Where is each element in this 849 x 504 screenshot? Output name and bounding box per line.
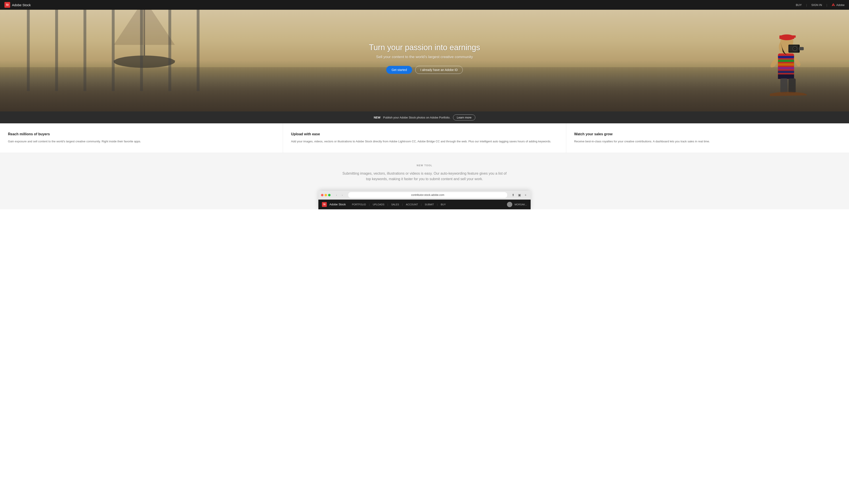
browser-chrome: ‹ › contributor.stock.adobe.com ⬆ ▣ + xyxy=(319,191,530,200)
adobe-id-button[interactable]: I already have an Adobe ID xyxy=(415,66,463,74)
feature-card-2: Watch your sales grow Receive best-in-cl… xyxy=(566,123,849,153)
hero-subtitle: Sell your content to the world's largest… xyxy=(0,55,849,59)
feature-desc-0: Gain exposure and sell content to the wo… xyxy=(8,139,275,144)
browser-add-button[interactable]: + xyxy=(523,193,528,197)
inner-nav-buy[interactable]: BUY xyxy=(441,203,446,206)
new-tool-label: NEW TOOL xyxy=(4,164,845,167)
browser-dot-red[interactable] xyxy=(321,194,323,196)
inner-st-icon: St xyxy=(322,202,327,207)
inner-nav-submit[interactable]: SUBMIT xyxy=(425,203,434,206)
feature-card-0: Reach millions of buyers Gain exposure a… xyxy=(0,123,283,153)
navbar: St Adobe Stock BUY | SIGN IN | Adobe xyxy=(0,0,849,10)
browser-url-text: contributor.stock.adobe.com xyxy=(411,194,444,197)
browser-nav: ‹ › xyxy=(334,193,345,197)
inner-nav-account[interactable]: ACCOUNT xyxy=(406,203,418,206)
st-icon: St xyxy=(4,2,10,8)
feature-card-1: Upload with ease Add your images, videos… xyxy=(283,123,566,153)
learn-more-button[interactable]: Learn more xyxy=(453,114,475,121)
nav-signin-link[interactable]: SIGN IN xyxy=(811,3,822,7)
feature-title-1: Upload with ease xyxy=(291,132,558,136)
banner-text: Publish your Adobe Stock photos on Adobe… xyxy=(383,116,450,119)
inner-avatar xyxy=(507,202,512,207)
browser-forward-button[interactable]: › xyxy=(340,193,345,197)
feature-title-2: Watch your sales grow xyxy=(574,132,841,136)
new-tool-description: Submitting images, vectors, illustration… xyxy=(341,170,508,182)
hero-title: Turn your passion into earnings xyxy=(0,43,849,52)
inner-username: MORSAK... xyxy=(514,203,527,206)
nav-divider-2: | xyxy=(827,3,827,7)
adobe-label: Adobe xyxy=(836,3,845,7)
brand-name: Adobe Stock xyxy=(12,3,31,7)
browser-tab-button[interactable]: ▣ xyxy=(517,193,522,197)
browser-actions: ⬆ ▣ + xyxy=(511,193,528,197)
feature-desc-1: Add your images, videos, vectors or illu… xyxy=(291,139,558,144)
browser-url-bar[interactable]: contributor.stock.adobe.com xyxy=(348,192,507,198)
features-section: Reach millions of buyers Gain exposure a… xyxy=(0,123,849,153)
browser-mockup: ‹ › contributor.stock.adobe.com ⬆ ▣ + St… xyxy=(319,191,530,209)
browser-back-button[interactable]: ‹ xyxy=(334,193,339,197)
navbar-right: BUY | SIGN IN | Adobe xyxy=(796,3,845,7)
browser-dot-green[interactable] xyxy=(328,194,330,196)
hero-buttons: Get started I already have an Adobe ID xyxy=(0,66,849,74)
banner-new-label: NEW xyxy=(374,116,380,119)
inner-nav-portfolio[interactable]: PORTFOLIO xyxy=(352,203,366,206)
browser-inner-nav: St Adobe Stock PORTFOLIO | UPLOADS | SAL… xyxy=(319,200,530,209)
adobe-icon xyxy=(832,3,835,7)
inner-nav-uploads[interactable]: UPLOADS xyxy=(373,203,384,206)
inner-nav-links: PORTFOLIO | UPLOADS | SALES | ACCOUNT | … xyxy=(352,203,446,206)
inner-brand-name: Adobe Stock xyxy=(329,203,346,206)
browser-dots xyxy=(321,194,330,196)
nav-divider: | xyxy=(806,3,807,7)
logo[interactable]: St Adobe Stock xyxy=(4,2,31,8)
new-tool-section: NEW TOOL Submitting images, vectors, ill… xyxy=(0,153,849,209)
hero-section: Turn your passion into earnings Sell you… xyxy=(0,10,849,111)
banner-bar: NEW Publish your Adobe Stock photos on A… xyxy=(0,111,849,123)
inner-nav-sales[interactable]: SALES xyxy=(391,203,399,206)
hero-content: Turn your passion into earnings Sell you… xyxy=(0,10,849,74)
get-started-button[interactable]: Get started xyxy=(386,66,412,74)
browser-dot-yellow[interactable] xyxy=(325,194,327,196)
feature-desc-2: Receive best-in-class royalties for your… xyxy=(574,139,841,144)
feature-title-0: Reach millions of buyers xyxy=(8,132,275,136)
nav-adobe-link[interactable]: Adobe xyxy=(832,3,845,7)
nav-buy-link[interactable]: BUY xyxy=(796,3,802,7)
inner-nav-right: MORSAK... xyxy=(507,202,527,207)
browser-share-button[interactable]: ⬆ xyxy=(511,193,516,197)
